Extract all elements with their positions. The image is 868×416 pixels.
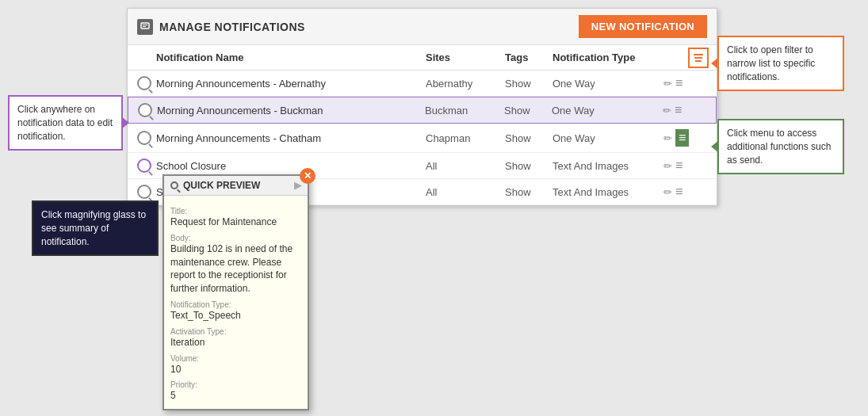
- qp-volume-label: Volume:: [170, 354, 301, 363]
- tooltip-edit-text: Click anywhere on notification data to e…: [17, 104, 113, 142]
- filter-lines-icon: [694, 54, 703, 62]
- new-notification-button[interactable]: NEW NOTIFICATION: [579, 15, 707, 38]
- qp-activation-label: Activation Type:: [170, 327, 301, 336]
- menu-icon[interactable]: [675, 103, 682, 117]
- filter-button[interactable]: [688, 48, 709, 68]
- table-header: Notification Name Sites Tags Notificatio…: [128, 45, 717, 71]
- quick-preview-panel: QUICK PREVIEW ▶ ✕ Title: Request for Mai…: [163, 174, 309, 410]
- menu-icon[interactable]: [675, 129, 689, 147]
- row-actions: [663, 76, 707, 90]
- col-header-type: Notification Type: [553, 52, 663, 63]
- edit-icon[interactable]: [663, 159, 672, 172]
- row-type: Text And Images: [553, 160, 663, 172]
- qp-title-value: Request for Maintenance: [170, 216, 301, 229]
- row-tags: Show: [505, 186, 553, 198]
- qp-send-icon: ▶: [294, 180, 301, 191]
- row-actions: [663, 158, 707, 173]
- row-tags: Show: [504, 105, 552, 116]
- tooltip-filter: Click to open filter to narrow list to s…: [717, 36, 844, 91]
- row-type: One Way: [552, 105, 663, 116]
- row-sites: Buckman: [425, 105, 504, 116]
- edit-icon[interactable]: [663, 104, 671, 116]
- magnify-icon[interactable]: [137, 76, 151, 90]
- col-header-sites: Sites: [426, 52, 505, 63]
- qp-title-label: Title:: [170, 207, 301, 216]
- magnify-icon[interactable]: [137, 131, 151, 145]
- row-tags: Show: [505, 160, 553, 172]
- col-header-name: Notification Name: [156, 52, 426, 63]
- row-tags: Show: [505, 78, 553, 90]
- row-sites: Abernathy: [426, 78, 505, 90]
- tooltip-filter-text: Click to open filter to narrow list to s…: [727, 44, 815, 82]
- row-sites: All: [426, 186, 505, 198]
- tooltip-menu: Click menu to access additional function…: [717, 119, 844, 174]
- row-name: Morning Announcements - Chatham: [156, 132, 426, 144]
- svg-rect-1: [143, 25, 147, 25]
- row-sites: All: [426, 160, 505, 172]
- row-sites: Chapman: [426, 132, 505, 144]
- qp-magnify-icon: [170, 181, 178, 189]
- row-name: Morning Announcements - Buckman: [157, 105, 425, 116]
- tooltip-edit: Click anywhere on notification data to e…: [8, 95, 123, 151]
- magnify-icon[interactable]: [137, 185, 151, 199]
- table-row[interactable]: Morning Announcements - Chatham Chapman …: [128, 124, 717, 153]
- row-name: Morning Announcements - Abernathy: [156, 78, 426, 90]
- menu-icon[interactable]: [675, 185, 683, 199]
- quick-preview-header: QUICK PREVIEW ▶ ✕: [164, 176, 308, 196]
- tooltip-menu-text: Click menu to access additional function…: [727, 128, 831, 166]
- magnify-icon[interactable]: [138, 103, 152, 117]
- menu-icon[interactable]: [675, 158, 683, 173]
- row-type: Text And Images: [553, 186, 663, 198]
- row-actions: [663, 103, 706, 117]
- qp-body-label: Body:: [170, 234, 301, 242]
- edit-icon[interactable]: [663, 77, 672, 90]
- quick-preview-title: QUICK PREVIEW: [183, 180, 260, 191]
- notifications-icon: [137, 19, 153, 35]
- tooltip-magnify-text: Click magnifying glass to see summary of…: [41, 209, 146, 247]
- row-actions: [663, 129, 707, 147]
- quick-preview-body: Title: Request for Maintenance Body: Bui…: [164, 196, 308, 409]
- svg-rect-2: [143, 26, 146, 27]
- row-name: School Closure: [156, 160, 426, 172]
- panel-title: MANAGE NOTIFICATIONS: [137, 19, 305, 35]
- row-type: One Way: [553, 78, 663, 90]
- qp-activation-value: Iteration: [170, 336, 301, 349]
- edit-icon[interactable]: [663, 132, 672, 144]
- tooltip-magnify: Click magnifying glass to see summary of…: [32, 200, 159, 256]
- panel-title-text: MANAGE NOTIFICATIONS: [159, 21, 305, 33]
- row-actions: [663, 185, 707, 199]
- qp-body-value: Building 102 is in need of the maintenan…: [170, 242, 301, 296]
- edit-icon[interactable]: [663, 185, 672, 198]
- row-type: One Way: [553, 132, 663, 144]
- qp-notif-type-value: Text_To_Speech: [170, 309, 301, 322]
- qp-priority-label: Priority:: [170, 380, 301, 389]
- magnify-icon[interactable]: [137, 158, 151, 173]
- qp-close-button[interactable]: ✕: [300, 168, 315, 184]
- qp-volume-value: 10: [170, 363, 301, 376]
- qp-priority-value: 5: [170, 389, 301, 403]
- col-header-tags: Tags: [505, 52, 553, 63]
- panel-header: MANAGE NOTIFICATIONS NEW NOTIFICATION: [128, 9, 717, 45]
- table-row[interactable]: Morning Announcements - Buckman Buckman …: [128, 97, 717, 124]
- menu-icon[interactable]: [675, 76, 683, 90]
- table-row[interactable]: Morning Announcements - Abernathy Aberna…: [128, 71, 717, 97]
- qp-notif-type-label: Notification Type:: [170, 300, 301, 309]
- row-tags: Show: [505, 132, 553, 144]
- svg-rect-0: [141, 23, 149, 29]
